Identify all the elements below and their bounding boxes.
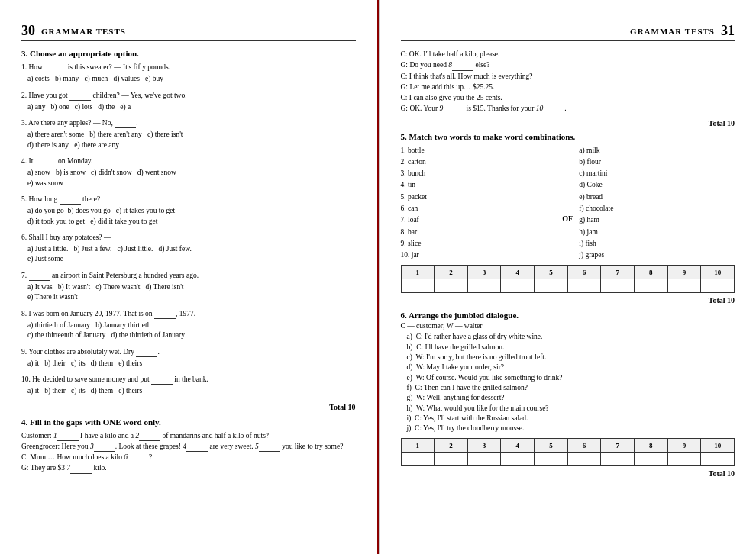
question-3: 3. Are there any apples? — No, . a) ther… (21, 118, 356, 150)
section5: 5. Match two words to make word combinat… (401, 132, 735, 305)
match-left: 1. bottle 2. carton 3. bunch 4. tin 5. p… (401, 146, 557, 263)
section6-total: Total 10 (401, 469, 735, 478)
question-4: 4. It on Monday. a) snow b) is snow c) d… (21, 156, 356, 188)
section5-total: Total 10 (401, 296, 735, 304)
page-right: GRAMMAR TESTS 31 C: OK. I'll take half a… (379, 0, 757, 554)
section5-title: 5. Match two words to make word combinat… (401, 132, 735, 141)
section3-title: 3. Choose an appropriate option. (21, 49, 356, 58)
of-label: OF (556, 146, 579, 263)
section6-title: 6. Arrange the jumbled dialogue. (401, 311, 735, 320)
question-5: 5. How long there? a) do you go b) does … (21, 195, 356, 227)
question-1: 1. How is this sweater? — It's fifty pou… (21, 63, 356, 85)
match-right: a) milk b) flour c) martini d) Coke e) b… (579, 146, 735, 263)
section4-total: Total 10 (401, 119, 735, 127)
section6-intro: C — customer; W — waiter (401, 322, 735, 330)
left-page-number: 30 (21, 23, 35, 39)
section3: 3. Choose an appropriate option. 1. How … (21, 49, 356, 411)
right-header: GRAMMAR TESTS 31 (401, 23, 735, 41)
question-10: 10. He decided to save some money and pu… (21, 375, 356, 397)
section3-total: Total 10 (21, 403, 356, 411)
section6: 6. Arrange the jumbled dialogue. C — cus… (401, 311, 735, 478)
right-page-number: 31 (721, 23, 735, 39)
left-page-title: GRAMMAR TESTS (41, 27, 126, 36)
section6-grid: 1 2 3 4 5 6 7 8 9 10 (401, 438, 735, 466)
question-8: 8. I was born on January 20, 1977. That … (21, 309, 356, 341)
match-columns: 1. bottle 2. carton 3. bunch 4. tin 5. p… (401, 146, 735, 263)
question-7: 7. an airport in Saint Petersburg a hund… (21, 271, 356, 303)
question-2: 2. Have you got children? — Yes, we've g… (21, 91, 356, 113)
section4: 4. Fill in the gaps with ONE word only. … (21, 417, 356, 474)
intro-dialogue: C: OK. I'll take half a kilo, please. G:… (401, 49, 735, 114)
left-header: 30 GRAMMAR TESTS (21, 23, 356, 41)
question-6: 6. Shall I buy any potatoes? — a) Just a… (21, 233, 356, 265)
page-left: 30 GRAMMAR TESTS 3. Choose an appropriat… (0, 0, 379, 554)
book-spread: 30 GRAMMAR TESTS 3. Choose an appropriat… (0, 0, 756, 554)
right-page-title: GRAMMAR TESTS (630, 27, 715, 36)
question-9: 9. Your clothes are absolutely wet. Dry … (21, 347, 356, 369)
section5-grid: 1 2 3 4 5 6 7 8 9 10 (401, 265, 735, 293)
section4-title: 4. Fill in the gaps with ONE word only. (21, 417, 356, 427)
